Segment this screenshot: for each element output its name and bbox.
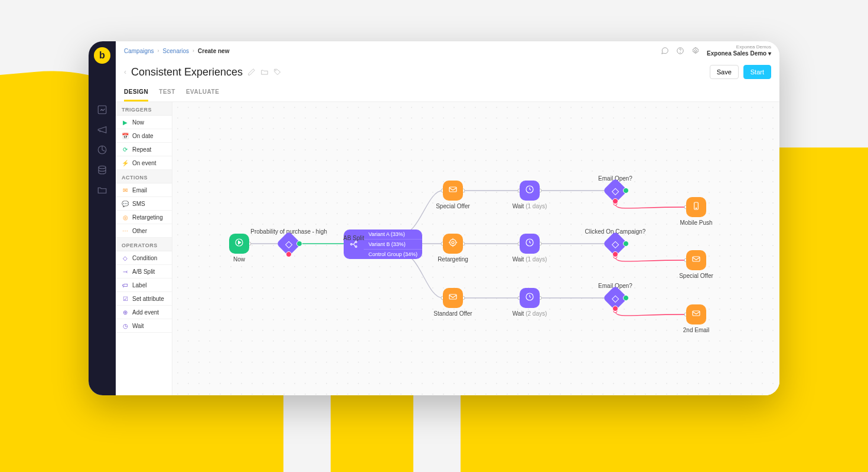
svg-point-35 bbox=[450, 240, 456, 246]
panel-item-add-event[interactable]: ⊕Add event bbox=[116, 306, 172, 319]
panel-item-retargeting[interactable]: ◎Retargeting bbox=[116, 211, 172, 224]
node-second-email[interactable]: 2nd Email bbox=[686, 304, 706, 324]
diamond-icon: ◇ bbox=[122, 254, 129, 261]
node-mobile-push[interactable]: Mobile Push bbox=[686, 197, 706, 217]
panel-item-label: Other bbox=[132, 228, 147, 234]
node-standard-offer[interactable]: Standard Offer bbox=[443, 288, 463, 308]
breadcrumb-link[interactable]: Scenarios bbox=[163, 48, 189, 54]
absplit-variant[interactable]: Variant B (33%) bbox=[364, 240, 422, 250]
panel-item-label: Wait bbox=[132, 323, 144, 329]
node-label: Retargeting bbox=[438, 256, 468, 263]
svg-point-4 bbox=[680, 53, 681, 53]
svg-point-36 bbox=[452, 241, 454, 244]
node-label: Special Offer bbox=[436, 203, 470, 209]
panel-item-email[interactable]: ✉Email bbox=[116, 183, 172, 197]
panel-item-wait[interactable]: ◷Wait bbox=[116, 319, 172, 333]
mobile-icon bbox=[691, 201, 701, 213]
panel-item-now[interactable]: ▶Now bbox=[116, 116, 172, 129]
node-now[interactable]: Now bbox=[229, 234, 249, 254]
split-icon bbox=[344, 230, 364, 259]
chevron-right-icon: › bbox=[192, 48, 194, 54]
tab-test[interactable]: TEST bbox=[159, 84, 175, 101]
nav-dashboard-icon[interactable] bbox=[96, 104, 108, 116]
target-icon: ◎ bbox=[122, 214, 129, 221]
panel-item-label: A/B Split bbox=[132, 268, 155, 275]
chat-icon[interactable] bbox=[661, 47, 669, 55]
check-badge-icon bbox=[296, 241, 302, 247]
help-icon[interactable] bbox=[676, 47, 684, 55]
panel-item-label: SMS bbox=[132, 201, 145, 207]
components-panel: TRIGGERS ▶Now 📅On date ⟳Repeat ⚡On event… bbox=[116, 102, 172, 395]
svg-rect-41 bbox=[693, 311, 700, 316]
panel-item-repeat[interactable]: ⟳Repeat bbox=[116, 143, 172, 156]
node-retargeting[interactable]: Retargeting bbox=[443, 234, 463, 254]
panel-item-other[interactable]: ⋯Other bbox=[116, 224, 172, 238]
absplit-variant[interactable]: Variant A (33%) bbox=[364, 230, 422, 240]
clock-icon bbox=[525, 185, 534, 196]
back-icon[interactable]: ‹ bbox=[124, 68, 126, 76]
svg-point-6 bbox=[276, 70, 276, 71]
node-condition-clicked-campaign[interactable]: Clicked On Campaign? ◇ bbox=[606, 235, 624, 253]
panel-item-on-date[interactable]: 📅On date bbox=[116, 129, 172, 143]
start-button[interactable]: Start bbox=[743, 65, 771, 79]
error-badge-icon bbox=[612, 198, 618, 204]
project-label: Exponea Sales Demo bbox=[707, 50, 766, 57]
node-label: Wait (1 days) bbox=[513, 203, 547, 209]
panel-item-label: On event bbox=[132, 160, 156, 166]
panel-item-set-attribute[interactable]: ☑Set attribute bbox=[116, 292, 172, 306]
breadcrumb-current: Create new bbox=[198, 48, 229, 54]
svg-rect-39 bbox=[449, 294, 456, 299]
nav-campaign-icon[interactable] bbox=[96, 124, 108, 136]
panel-item-label: Now bbox=[132, 119, 144, 126]
panel-item-condition[interactable]: ◇Condition bbox=[116, 251, 172, 265]
diamond-icon: ◇ bbox=[612, 293, 619, 304]
node-special-offer[interactable]: Special Offer bbox=[443, 181, 463, 201]
node-label: Standard Offer bbox=[433, 310, 472, 317]
add-event-icon: ⊕ bbox=[122, 309, 129, 316]
node-wait-2[interactable]: Wait (1 days) bbox=[520, 234, 540, 254]
svg-point-28 bbox=[351, 244, 353, 245]
node-ab-split[interactable]: AB Split Variant A (33%) Variant B (33%)… bbox=[344, 230, 422, 259]
node-special-offer-2[interactable]: Special Offer bbox=[686, 250, 706, 270]
attribute-icon: ☑ bbox=[122, 295, 129, 302]
play-icon: ▶ bbox=[122, 119, 129, 126]
nav-folder-icon[interactable] bbox=[96, 184, 108, 196]
node-condition-email-open-2[interactable]: Email Open? ◇ bbox=[606, 289, 624, 307]
bg-bar bbox=[331, 384, 413, 472]
org-label: Exponea Demos bbox=[736, 45, 771, 50]
check-badge-icon bbox=[623, 188, 629, 194]
edit-icon[interactable] bbox=[247, 68, 256, 76]
save-button[interactable]: Save bbox=[710, 65, 739, 79]
nav-analytics-icon[interactable] bbox=[96, 144, 108, 156]
panel-item-on-event[interactable]: ⚡On event bbox=[116, 156, 172, 170]
tabs: DESIGN TEST EVALUATE bbox=[116, 84, 779, 102]
node-wait-3[interactable]: Wait (2 days) bbox=[520, 288, 540, 308]
node-wait-1[interactable]: Wait (1 days) bbox=[520, 181, 540, 201]
diamond-icon: ◇ bbox=[612, 185, 619, 196]
repeat-icon: ⟳ bbox=[122, 146, 129, 153]
connectors bbox=[172, 102, 779, 395]
panel-item-label[interactable]: 🏷Label bbox=[116, 278, 172, 292]
error-badge-icon bbox=[612, 251, 618, 257]
email-icon bbox=[691, 254, 701, 266]
folder-icon[interactable] bbox=[260, 68, 269, 76]
project-selector[interactable]: Exponea Demos Exponea Sales Demo ▾ bbox=[707, 45, 771, 57]
tab-design[interactable]: DESIGN bbox=[124, 84, 148, 101]
tag-icon[interactable] bbox=[273, 68, 282, 76]
tab-evaluate[interactable]: EVALUATE bbox=[186, 84, 219, 101]
nav-data-icon[interactable] bbox=[96, 164, 108, 176]
panel-item-sms[interactable]: 💬SMS bbox=[116, 197, 172, 211]
scenario-canvas[interactable]: Now Probability of purchase - high ◇ AB … bbox=[172, 102, 779, 395]
node-condition-email-open-1[interactable]: Email Open? ◇ bbox=[606, 182, 624, 199]
breadcrumb-link[interactable]: Campaigns bbox=[124, 48, 154, 54]
absplit-variant[interactable]: Control Group (34%) bbox=[364, 250, 422, 259]
page-title: Consistent Experiences bbox=[131, 66, 243, 78]
logo-icon[interactable]: b bbox=[94, 47, 110, 64]
node-condition-probability[interactable]: Probability of purchase - high ◇ bbox=[280, 235, 298, 253]
gear-icon[interactable] bbox=[691, 47, 700, 55]
panel-item-ab-split[interactable]: ⤙A/B Split bbox=[116, 265, 172, 278]
error-badge-icon bbox=[286, 251, 292, 257]
split-icon: ⤙ bbox=[122, 268, 129, 275]
email-icon bbox=[448, 292, 458, 304]
more-icon: ⋯ bbox=[122, 227, 129, 234]
